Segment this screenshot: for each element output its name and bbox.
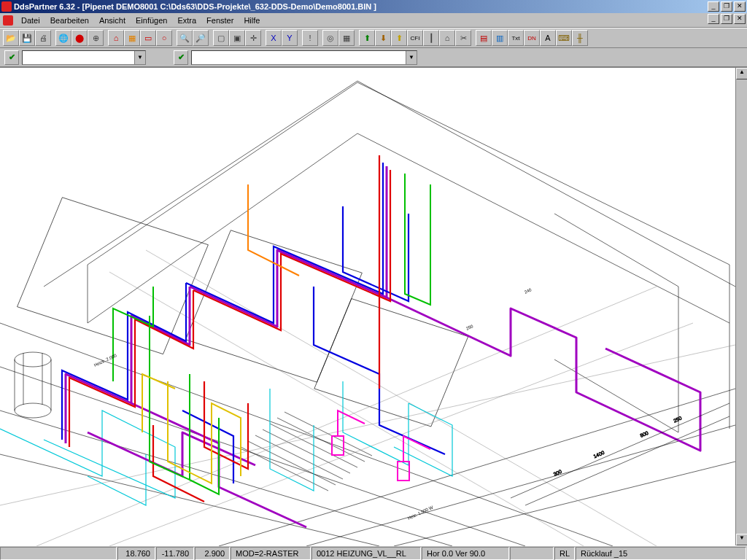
target2-button[interactable]: ◎ [322, 30, 338, 46]
cfi-icon: CFI [411, 35, 420, 42]
cross-button[interactable]: ✛ [245, 30, 261, 46]
dn-icon: DN [527, 35, 536, 42]
child-minimize-button[interactable]: _ [708, 14, 719, 24]
svg-text:300: 300 [553, 469, 563, 477]
svg-text:800: 800 [639, 430, 649, 438]
zoom-minus-button[interactable]: 🔎 [193, 30, 209, 46]
box-open-button[interactable]: ▣ [229, 30, 245, 46]
zoom-plus-button[interactable]: 🔍 [177, 30, 193, 46]
txt-button[interactable]: Txt [508, 30, 524, 46]
grid-orange-button[interactable]: ▦ [124, 30, 140, 46]
svg-line-28 [146, 250, 657, 546]
menu-fenster[interactable]: Fenster [201, 15, 239, 26]
pipe-icon: ┃ [429, 34, 434, 43]
render-button[interactable]: ▦ [338, 30, 355, 46]
dn-button[interactable]: DN [524, 30, 540, 46]
dropdown-icon[interactable]: ▼ [406, 51, 417, 64]
house2-icon: ⌂ [445, 34, 450, 42]
cfi-button[interactable]: CFI [407, 30, 423, 46]
spacing-button[interactable]: ╫ [572, 30, 588, 46]
menu-bearbeiten[interactable]: Bearbeiten [45, 15, 94, 26]
status-z: 2.900 [195, 547, 230, 560]
zoom-plus-icon: 🔍 [179, 34, 190, 43]
confirm-button-1[interactable]: ✔ [4, 50, 19, 65]
house2-button[interactable]: ⌂ [439, 30, 455, 46]
svg-text:240: 240 [524, 287, 533, 295]
svg-line-8 [394, 462, 735, 546]
cross-icon: ✛ [250, 34, 257, 43]
arrow-up-g-button[interactable]: ⬆ [359, 30, 375, 46]
child-close-button[interactable]: ✕ [734, 14, 746, 24]
scroll-down-button[interactable]: ▼ [736, 534, 747, 545]
menu-extra[interactable]: Extra [172, 15, 201, 26]
y-axis-icon: Y [287, 34, 292, 42]
spacing-icon: ╫ [577, 34, 583, 42]
circle-red-button[interactable]: ○ [156, 30, 172, 46]
cut-button[interactable]: ✂ [455, 30, 471, 46]
svg-line-29 [109, 272, 584, 546]
box-yellow-button[interactable]: ▢ [213, 30, 229, 46]
menu-hilfe[interactable]: Hilfe [239, 15, 265, 26]
box-red-icon: ▭ [144, 34, 152, 43]
svg-line-7 [306, 425, 735, 546]
open-button[interactable]: 📂 [3, 30, 19, 46]
minimize-button[interactable]: _ [708, 1, 719, 12]
arrow-dn-button[interactable]: ⬇ [375, 30, 391, 46]
target-button[interactable]: ⊕ [88, 30, 104, 46]
status-bar: 18.760 -11.780 2.900 MOD=2-RASTER 0012 H… [0, 545, 747, 560]
font-button[interactable]: A [540, 30, 556, 46]
svg-line-1 [357, 81, 735, 287]
doc-icon[interactable] [3, 15, 13, 26]
status-view: Hor 0.0 Ver 90.0 [422, 547, 509, 560]
drawing-canvas[interactable]: 3001400800250 Heizk. 2.000 250 240 Heiz.… [0, 67, 747, 545]
grid-orange-icon: ▦ [128, 34, 136, 43]
child-restore-button[interactable]: ❐ [721, 14, 732, 24]
svg-point-20 [15, 403, 51, 418]
svg-text:250: 250 [673, 416, 683, 424]
keyboard-button[interactable]: ⌨ [556, 30, 572, 46]
zoom-minus-icon: 🔎 [196, 34, 206, 43]
arrow-up-y-button[interactable]: ⬆ [391, 30, 407, 46]
panel2-icon: ▥ [496, 34, 503, 43]
menu-ansicht[interactable]: Ansicht [94, 15, 131, 26]
light-button[interactable]: ! [302, 30, 318, 46]
box-open-icon: ▣ [233, 34, 241, 43]
y-axis-button[interactable]: Y [282, 30, 298, 46]
x-axis-icon: X [271, 34, 276, 42]
menu-datei[interactable]: Datei [16, 15, 45, 26]
svg-line-0 [44, 81, 357, 287]
globe-icon: 🌐 [58, 34, 69, 43]
dropdown-icon[interactable]: ▼ [134, 51, 145, 64]
close-button[interactable]: ✕ [734, 1, 746, 12]
menu-einfügen[interactable]: Einfügen [131, 15, 172, 26]
svg-text:250: 250 [465, 324, 474, 331]
svg-point-19 [15, 352, 51, 367]
house-red-button[interactable]: ⌂ [108, 30, 124, 46]
confirm-button-2[interactable]: ✔ [174, 50, 188, 65]
scroll-up-button[interactable]: ▲ [736, 68, 747, 79]
panel2-button[interactable]: ▥ [492, 30, 508, 46]
svg-rect-11 [314, 299, 468, 427]
main-toolbar: 📂💾🖨🌐⬤⊕⌂▦▭○🔍🔎▢▣✛XY!◎▦⬆⬇⬆CFI┃⌂✂▤▥TxtDNA⌨╫ [0, 28, 747, 48]
red-sphere-icon: ⬤ [75, 34, 84, 43]
svg-line-33 [525, 416, 729, 505]
status-y: -11.780 [156, 547, 194, 560]
combo-1[interactable]: ▼ [22, 50, 146, 65]
title-bar: DdsPartner 6.32 - [Pipenet DEMO8001 C:\D… [0, 0, 747, 13]
svg-line-4 [0, 367, 525, 546]
vertical-scrollbar[interactable]: ▲ ▼ [735, 68, 747, 545]
save-button[interactable]: 💾 [19, 30, 35, 46]
print-icon: 🖨 [39, 34, 47, 42]
combo-2[interactable]: ▼ [191, 50, 417, 65]
box-red-button[interactable]: ▭ [140, 30, 156, 46]
status-pipe-code: RL [554, 547, 575, 560]
pipe-button[interactable]: ┃ [423, 30, 439, 46]
maximize-button[interactable]: ❐ [721, 1, 732, 12]
menu-bar: DateiBearbeitenAnsichtEinfügenExtraFenst… [0, 13, 747, 28]
save-icon: 💾 [22, 34, 32, 43]
red-sphere-button[interactable]: ⬤ [71, 30, 88, 46]
x-axis-button[interactable]: X [266, 30, 282, 46]
globe-button[interactable]: 🌐 [55, 30, 71, 46]
print-button[interactable]: 🖨 [35, 30, 51, 46]
panel1-button[interactable]: ▤ [476, 30, 492, 46]
